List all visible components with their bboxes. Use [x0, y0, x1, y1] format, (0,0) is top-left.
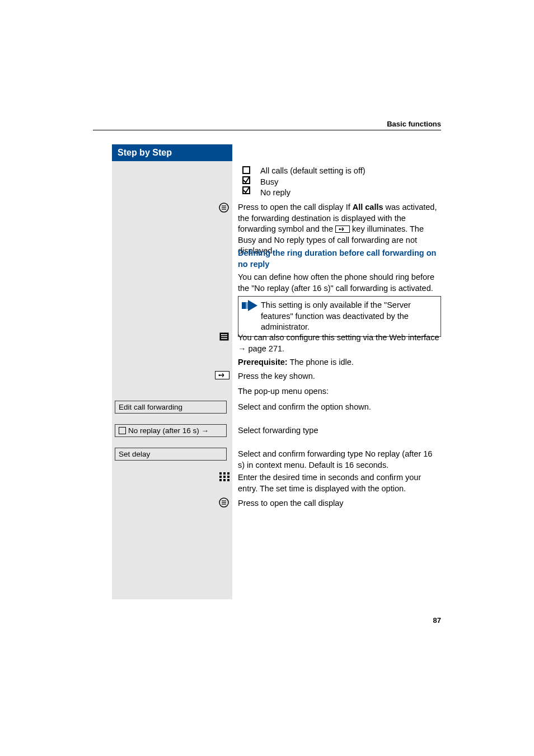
select-fwd-type: Select forwarding type [238, 425, 441, 436]
press-open-call-display-2: Press to open the call display [238, 498, 441, 509]
note-box: This setting is only available if the "S… [238, 296, 441, 337]
checklist-item-no-reply: No reply [260, 187, 366, 199]
press-open-1-bold: All calls [353, 203, 383, 212]
ui-box-edit-call-forwarding[interactable]: Edit call forwarding [115, 401, 227, 414]
press-key-shown: Press the key shown. [238, 371, 441, 382]
popup-opens: The pop-up menu opens: [238, 386, 441, 397]
ui-box-edit-call-forwarding-wrap: Edit call forwarding [112, 401, 229, 414]
checklist-labels: All calls (default setting is off) Busy … [260, 166, 366, 199]
checkbox-group [242, 166, 251, 196]
checklist-item-all-calls: All calls (default setting is off) [260, 166, 366, 177]
page: Basic functions Step by Step All calls (… [0, 0, 534, 756]
header-section-title: Basic functions [387, 120, 441, 128]
svg-marker-11 [248, 300, 257, 311]
ring-body-text: You can define how often the phone shoul… [238, 272, 441, 294]
svg-rect-25 [219, 479, 222, 481]
header-rule [93, 130, 441, 130]
ui-box-no-replay[interactable]: No replay (after 16 s) → [115, 424, 227, 437]
headline-ring-duration: Defining the ring duration before call f… [238, 248, 441, 270]
svg-rect-22 [219, 476, 222, 478]
svg-rect-20 [223, 472, 226, 475]
press-open-1a: Press to open the call display If [238, 203, 353, 212]
ok-key-icon [218, 202, 229, 213]
svg-rect-23 [223, 476, 226, 478]
checkbox-empty-icon [119, 427, 126, 434]
arrow-right-icon: → [202, 426, 209, 435]
prerequisite-label: Prerequisite: [238, 358, 288, 367]
select-confirm-option: Select and confirm the option shown. [238, 402, 441, 413]
svg-rect-27 [227, 479, 229, 481]
ui-box-set-delay-wrap: Set delay [112, 448, 229, 461]
web-interface-line: You can also configure this setting via … [238, 332, 441, 354]
page-number: 87 [433, 616, 441, 624]
prerequisite-text: The phone is idle. [288, 358, 354, 367]
no-replay-label: No replay (after 16 s) [128, 426, 199, 435]
forward-key-icon [215, 371, 229, 380]
svg-rect-10 [246, 302, 248, 309]
forward-key-inline-icon [335, 224, 350, 233]
svg-rect-16 [221, 334, 222, 335]
enter-time-text: Enter the desired time in seconds and co… [238, 472, 441, 494]
ui-box-set-delay[interactable]: Set delay [115, 448, 227, 461]
web-if-arrow: → [238, 344, 246, 353]
svg-rect-21 [227, 472, 229, 475]
keypad-icon [219, 472, 229, 483]
step-by-step-header: Step by Step [112, 144, 232, 161]
svg-rect-0 [243, 167, 250, 173]
svg-rect-19 [219, 472, 222, 475]
checklist-item-busy: Busy [260, 177, 366, 188]
checkbox-icons [242, 166, 251, 196]
prerequisite-line: Prerequisite: The phone is idle. [238, 357, 441, 368]
body-area: Step by Step All calls (default setting … [112, 144, 441, 599]
ui-box-no-replay-wrap: No replay (after 16 s) → [112, 424, 229, 437]
web-settings-icon [219, 332, 229, 341]
web-if-b: page 271. [246, 344, 285, 353]
note-text: This setting is only available if the "S… [261, 300, 411, 331]
svg-rect-26 [223, 479, 226, 481]
svg-rect-9 [242, 302, 246, 309]
left-column-bg [112, 144, 232, 599]
select-confirm-no-replay: Select and confirm forwarding type No re… [238, 449, 441, 471]
note-arrow-icon [242, 300, 259, 312]
web-if-a: You can also configure this setting via … [238, 333, 439, 342]
ok-key-icon-2 [218, 497, 229, 508]
svg-rect-24 [227, 476, 229, 478]
